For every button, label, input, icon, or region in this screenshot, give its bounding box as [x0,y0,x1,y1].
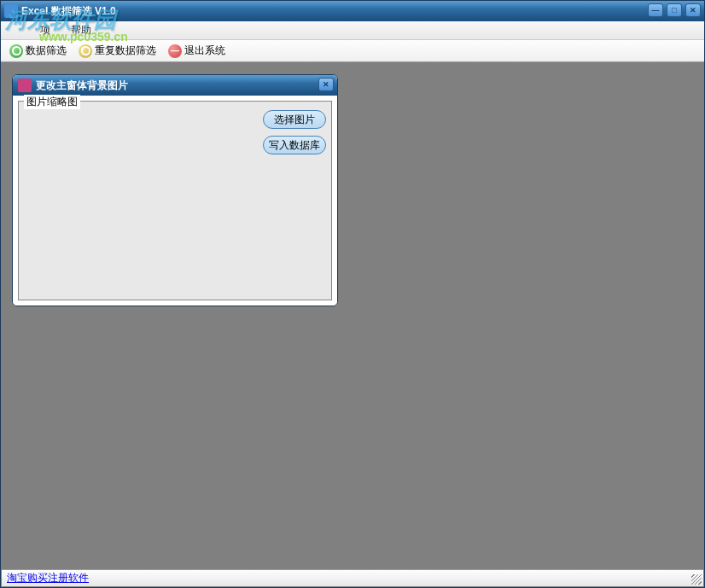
menubar: 项 帮助 [1,21,704,40]
main-titlebar[interactable]: Excel 数据筛选 V1.0 — □ ✕ [1,1,704,21]
toolbar-dup-filter-label: 重复数据筛选 [95,44,156,58]
toolbar-exit[interactable]: 退出系统 [165,42,229,60]
filter-icon [9,44,23,58]
minimize-button[interactable]: — [648,3,663,17]
fieldset-legend: 图片缩略图 [24,95,80,109]
window-title: Excel 数据筛选 V1.0 [21,4,116,19]
child-window-body: 图片缩略图 选择图片 写入数据库 [13,96,337,306]
exit-icon [168,44,182,58]
mdi-workspace: 更改主窗体背景图片 ✕ 图片缩略图 选择图片 写入数据库 [2,62,703,568]
thumbnail-fieldset: 图片缩略图 选择图片 写入数据库 [18,101,332,300]
close-button[interactable]: ✕ [685,3,701,17]
toolbar-dup-filter[interactable]: 重复数据筛选 [75,42,160,60]
child-titlebar[interactable]: 更改主窗体背景图片 ✕ [13,75,337,96]
child-close-button[interactable]: ✕ [318,78,334,91]
app-icon [4,4,18,18]
menu-options[interactable]: 项 [35,21,55,39]
toolbar: 数据筛选 重复数据筛选 退出系统 [1,40,704,62]
window-controls: — □ ✕ [648,3,701,17]
maximize-button[interactable]: □ [667,3,682,17]
select-image-button[interactable]: 选择图片 [263,110,326,129]
child-window-title: 更改主窗体背景图片 [36,79,128,93]
toolbar-filter-label: 数据筛选 [26,44,67,58]
statusbar: 淘宝购买注册软件 [2,569,703,586]
toolbar-filter[interactable]: 数据筛选 [6,42,70,60]
toolbar-exit-label: 退出系统 [184,44,225,58]
child-window-controls: ✕ [318,78,334,91]
dup-filter-icon [79,44,92,58]
menu-help[interactable]: 帮助 [66,21,96,39]
child-window-icon [18,79,32,92]
write-database-button[interactable]: 写入数据库 [263,136,326,154]
main-window: 河东软件园 www.pc0359.cn Excel 数据筛选 V1.0 — □ … [0,0,705,588]
resize-grip[interactable] [691,574,702,585]
child-window-change-bg: 更改主窗体背景图片 ✕ 图片缩略图 选择图片 写入数据库 [12,74,338,306]
buy-register-link[interactable]: 淘宝购买注册软件 [7,571,89,585]
